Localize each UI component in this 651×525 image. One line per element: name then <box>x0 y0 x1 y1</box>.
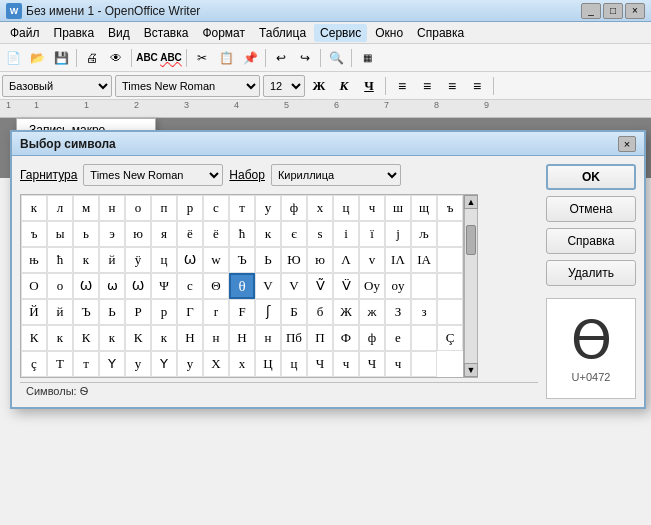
symbol-cell-20[interactable]: э <box>99 221 125 247</box>
symbol-cell-42[interactable]: Ъ <box>229 247 255 273</box>
symbol-cell-41[interactable]: w <box>203 247 229 273</box>
save-button[interactable]: 💾 <box>50 47 72 69</box>
symbol-cell-113[interactable]: Ч <box>307 351 333 377</box>
symbol-cell-93[interactable]: Н <box>229 325 255 351</box>
symbol-cell-25[interactable]: ħ <box>229 221 255 247</box>
symbol-cell-96[interactable]: П <box>307 325 333 351</box>
cut-button[interactable]: ✂ <box>191 47 213 69</box>
symbol-cell-108[interactable]: у <box>177 351 203 377</box>
cancel-button[interactable]: Отмена <box>546 196 636 222</box>
symbol-cell-114[interactable]: ч <box>333 351 359 377</box>
symbol-cell-76[interactable]: F <box>229 299 255 325</box>
symbol-cell-95[interactable]: Пб <box>281 325 307 351</box>
symbol-cell-88[interactable]: к <box>99 325 125 351</box>
symbol-cell-55[interactable]: Ѡ <box>125 273 151 299</box>
copy-button[interactable]: 📋 <box>215 47 237 69</box>
menu-window[interactable]: Окно <box>369 24 409 42</box>
symbol-cell-46[interactable]: Λ <box>333 247 359 273</box>
bold-button[interactable]: Ж <box>308 75 330 97</box>
symbol-cell-48[interactable]: ΙΛ <box>385 247 411 273</box>
symbol-cell-40[interactable]: Ѡ <box>177 247 203 273</box>
symbol-cell-71[interactable]: Ь <box>99 299 125 325</box>
symbol-cell-117[interactable] <box>411 351 437 377</box>
menu-table[interactable]: Таблица <box>253 24 312 42</box>
symbol-cell-0[interactable]: к <box>21 195 47 221</box>
symbol-cell-59[interactable]: θ <box>229 273 255 299</box>
symbol-cell-106[interactable]: у <box>125 351 151 377</box>
symbol-cell-98[interactable]: ф <box>359 325 385 351</box>
symbol-cell-102[interactable]: ç <box>21 351 47 377</box>
symbol-cell-16[interactable]: ъ <box>437 195 463 221</box>
symbol-cell-99[interactable]: е <box>385 325 411 351</box>
symbol-cell-14[interactable]: ш <box>385 195 411 221</box>
symbol-cell-65[interactable]: oy <box>385 273 411 299</box>
symbol-cell-1[interactable]: л <box>47 195 73 221</box>
symbol-cell-83[interactable]: з <box>411 299 437 325</box>
find-button[interactable]: 🔍 <box>325 47 347 69</box>
align-justify-button[interactable]: ≡ <box>466 75 488 97</box>
symbol-cell-109[interactable]: Х <box>203 351 229 377</box>
symbol-cell-82[interactable]: З <box>385 299 411 325</box>
italic-button[interactable]: К <box>333 75 355 97</box>
symbol-cell-80[interactable]: Ж <box>333 299 359 325</box>
symbol-cell-62[interactable]: Ṽ <box>307 273 333 299</box>
dialog-close-button[interactable]: × <box>618 136 636 152</box>
symbol-cell-15[interactable]: щ <box>411 195 437 221</box>
symbol-cell-19[interactable]: ь <box>73 221 99 247</box>
symbol-cell-85[interactable]: К <box>21 325 47 351</box>
font-select-dialog[interactable]: Times New Roman <box>83 164 223 186</box>
symbol-cell-44[interactable]: Ю <box>281 247 307 273</box>
symbol-cell-87[interactable]: К <box>73 325 99 351</box>
symbol-cell-34[interactable]: њ <box>21 247 47 273</box>
symbol-cell-103[interactable]: Т <box>47 351 73 377</box>
menu-edit[interactable]: Правка <box>48 24 101 42</box>
preview-button[interactable]: 👁 <box>105 47 127 69</box>
symbol-cell-45[interactable]: ю <box>307 247 333 273</box>
symbol-cell-39[interactable]: ц <box>151 247 177 273</box>
symbol-cell-27[interactable]: є <box>281 221 307 247</box>
symbol-cell-91[interactable]: Н <box>177 325 203 351</box>
symbol-cell-5[interactable]: п <box>151 195 177 221</box>
font-select[interactable]: Times New Roman <box>115 75 260 97</box>
symbol-cell-4[interactable]: о <box>125 195 151 221</box>
symbol-cell-78[interactable]: Б <box>281 299 307 325</box>
symbol-cell-63[interactable]: V̈ <box>333 273 359 299</box>
symbol-cell-10[interactable]: ф <box>281 195 307 221</box>
maximize-button[interactable]: □ <box>603 3 623 19</box>
symbol-cell-101[interactable]: Ç <box>437 325 463 351</box>
symbol-cell-26[interactable]: ĸ <box>255 221 281 247</box>
symbol-cell-77[interactable]: ʃ <box>255 299 281 325</box>
symbol-cell-75[interactable]: r <box>203 299 229 325</box>
symbol-cell-52[interactable]: о <box>47 273 73 299</box>
symbol-cell-31[interactable]: j <box>385 221 411 247</box>
symbol-cell-17[interactable]: ъ <box>21 221 47 247</box>
symbol-cell-9[interactable]: у <box>255 195 281 221</box>
menu-format[interactable]: Формат <box>196 24 251 42</box>
paste-button[interactable]: 📌 <box>239 47 261 69</box>
symbol-cell-79[interactable]: б <box>307 299 333 325</box>
redo-button[interactable]: ↪ <box>294 47 316 69</box>
symbol-cell-86[interactable]: к <box>47 325 73 351</box>
symbol-cell-110[interactable]: х <box>229 351 255 377</box>
symbol-cell-18[interactable]: ы <box>47 221 73 247</box>
symbol-cell-32[interactable]: љ <box>411 221 437 247</box>
symbol-cell-116[interactable]: ч <box>385 351 411 377</box>
symbol-cell-24[interactable]: ё <box>203 221 229 247</box>
symbol-cell-66[interactable] <box>411 273 437 299</box>
menu-insert[interactable]: Вставка <box>138 24 195 42</box>
symbol-cell-70[interactable]: Ъ <box>73 299 99 325</box>
symbol-cell-68[interactable]: Й <box>21 299 47 325</box>
symbol-cell-51[interactable]: О <box>21 273 47 299</box>
symbol-cell-30[interactable]: ї <box>359 221 385 247</box>
symbol-cell-57[interactable]: c <box>177 273 203 299</box>
ok-button[interactable]: OK <box>546 164 636 190</box>
help-button[interactable]: Справка <box>546 228 636 254</box>
symbol-cell-105[interactable]: Ү <box>99 351 125 377</box>
symbol-cell-104[interactable]: т <box>73 351 99 377</box>
symbol-cell-92[interactable]: н <box>203 325 229 351</box>
symbol-cell-28[interactable]: s <box>307 221 333 247</box>
symbol-cell-56[interactable]: Ψ <box>151 273 177 299</box>
menu-tools[interactable]: Сервис <box>314 24 367 42</box>
symbol-cell-36[interactable]: к <box>73 247 99 273</box>
scroll-thumb[interactable] <box>466 225 476 255</box>
